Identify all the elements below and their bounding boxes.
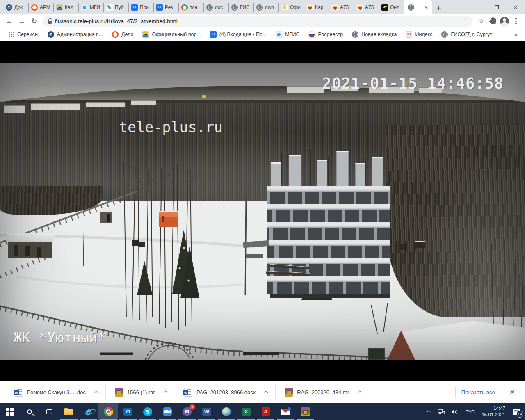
globe-icon xyxy=(206,4,213,11)
browser-tab[interactable]: МГИ xyxy=(78,3,103,12)
bookmark-star-button[interactable]: ☆ xyxy=(476,16,487,27)
acrobat-button[interactable]: A xyxy=(256,403,276,420)
globe-icon xyxy=(441,31,448,38)
back-button[interactable]: ← xyxy=(3,16,16,27)
skype-button[interactable]: S xyxy=(138,403,158,420)
download-item[interactable]: PAG_201203_8966.docx xyxy=(175,384,276,400)
reload-button[interactable]: ↻ xyxy=(28,16,40,27)
bookmark-item[interactable]: Администрация г.... xyxy=(44,30,107,39)
volume-icon xyxy=(452,409,459,415)
shelf-close-button[interactable]: ✕ xyxy=(505,385,519,399)
browser-tab[interactable]: Кар xyxy=(304,3,329,12)
language-indicator[interactable]: РУС xyxy=(462,403,477,420)
browser-tab[interactable]: Онл xyxy=(379,3,404,12)
extensions-button[interactable] xyxy=(487,16,499,27)
browser-tab[interactable]: ГИС xyxy=(228,3,253,12)
ru-flag-icon xyxy=(308,31,315,38)
download-item[interactable]: Резюме Скакун З.....doc xyxy=(6,384,106,400)
menu-button[interactable] xyxy=(510,16,522,27)
people-badge-icon xyxy=(48,31,54,38)
internet-explorer-button[interactable]: e xyxy=(79,403,98,420)
photos-button[interactable] xyxy=(217,403,236,420)
browser-tab[interactable]: Пуб xyxy=(103,3,128,12)
bookmark-item[interactable]: Официальный пор... xyxy=(139,30,204,39)
browser-tab[interactable]: doc xyxy=(203,3,228,12)
address-bar[interactable]: flussonic.tele-plus.ru/Krilova_47/2_str/… xyxy=(43,16,472,27)
chrome-button[interactable] xyxy=(98,403,118,420)
browser-tab[interactable]: АРМ xyxy=(28,3,53,12)
new-tab-button[interactable]: + xyxy=(432,4,446,14)
taskbar-clock[interactable]: 14:47 15.01.2021 xyxy=(478,405,509,418)
bookmark-item[interactable]: МГИС xyxy=(272,30,303,39)
browser-tab[interactable]: Пои xyxy=(128,3,153,12)
url-text[interactable]: flussonic.tele-plus.ru/Krilova_47/2_str/… xyxy=(55,18,178,24)
task-view-button[interactable] xyxy=(39,403,59,420)
viber-badge: 6 xyxy=(189,404,195,410)
browser-tab[interactable]: А75 xyxy=(354,3,379,12)
download-item[interactable]: RAG_200320_434.rar xyxy=(276,384,369,400)
excel-icon: X xyxy=(242,408,251,416)
start-button[interactable] xyxy=(0,403,20,420)
foundation-trench xyxy=(246,254,263,258)
taskbar: e O S ☎ 6 W X A РУС 14:47 15.01.2021 xyxy=(0,403,525,420)
word-button[interactable]: W xyxy=(197,403,217,420)
crate xyxy=(399,244,407,250)
tab-close-icon[interactable]: ✕ xyxy=(424,5,428,10)
active-tab[interactable]: ✕ xyxy=(404,0,432,14)
word-icon: W xyxy=(202,408,211,416)
webcam-viewport[interactable]: 2021-01-15 14:46:58 tele-plus.ru ЖК *Уют… xyxy=(0,41,525,381)
system-tray: РУС 14:47 15.01.2021 19 xyxy=(425,403,525,420)
bookmark-item[interactable]: (4) Входящие - По... xyxy=(206,30,270,39)
google-icon xyxy=(181,4,188,11)
network-button[interactable] xyxy=(435,403,448,420)
browser-tab[interactable]: тсн xyxy=(178,3,203,12)
taskbar-search-button[interactable] xyxy=(20,403,39,420)
forward-button[interactable]: → xyxy=(16,16,28,27)
outlook-icon: O xyxy=(123,408,132,416)
bookmarks-overflow-button[interactable]: » xyxy=(511,31,521,38)
show-all-downloads-button[interactable]: Показать все xyxy=(455,386,501,399)
chevron-up-icon[interactable] xyxy=(264,390,268,395)
outlook-button[interactable]: O xyxy=(118,403,138,420)
bookmark-item[interactable]: Сервисы xyxy=(4,30,42,39)
photos-sphere-icon xyxy=(222,407,231,416)
minimize-button[interactable] xyxy=(468,0,487,14)
tray-chevron-button[interactable] xyxy=(425,403,434,420)
browser-tab[interactable]: Кал xyxy=(53,3,78,12)
restore-button[interactable] xyxy=(487,0,506,14)
task-view-icon xyxy=(46,409,52,414)
winrar-button[interactable] xyxy=(295,403,315,420)
puzzle-icon xyxy=(491,18,496,24)
deer-icon xyxy=(276,31,282,38)
bookmark-item[interactable]: Дело xyxy=(108,30,137,39)
mail-app-icon xyxy=(281,409,290,415)
browser-tab[interactable]: Офи xyxy=(278,3,304,12)
crate xyxy=(132,240,139,246)
viber-button[interactable]: ☎ 6 xyxy=(177,403,197,420)
bookmark-item[interactable]: ГИСОГД г. Сургут xyxy=(438,30,496,39)
crest-icon xyxy=(331,4,338,11)
pink-mail-icon xyxy=(406,31,412,38)
browser-tab[interactable]: Док xyxy=(3,3,28,12)
mail-app-button[interactable] xyxy=(276,403,295,420)
chevron-up-icon[interactable] xyxy=(94,390,98,395)
browser-tab[interactable]: dwn xyxy=(253,3,278,12)
bookmark-item[interactable]: Индекс xyxy=(402,30,436,39)
file-explorer-button[interactable] xyxy=(59,403,79,420)
zoom-app-button[interactable] xyxy=(158,403,177,420)
bookmark-item[interactable]: Новая вкладка xyxy=(348,30,400,39)
close-button[interactable] xyxy=(506,0,525,14)
bookmark-item[interactable]: Росреестр xyxy=(305,30,347,39)
chevron-up-icon[interactable] xyxy=(163,390,168,395)
browser-tab[interactable]: Рез xyxy=(153,3,178,12)
action-center-button[interactable]: 19 xyxy=(509,403,523,420)
surgut-flag-icon xyxy=(142,31,149,38)
download-item[interactable]: 1566 (1).rar xyxy=(106,384,175,400)
browser-tab[interactable]: А75 xyxy=(329,3,354,12)
volume-button[interactable] xyxy=(449,403,461,420)
excel-button[interactable]: X xyxy=(236,403,256,420)
chevron-up-icon[interactable] xyxy=(358,390,362,395)
profile-button[interactable] xyxy=(499,16,510,27)
word-file-icon xyxy=(184,388,192,397)
apps-grid-icon xyxy=(8,31,14,38)
